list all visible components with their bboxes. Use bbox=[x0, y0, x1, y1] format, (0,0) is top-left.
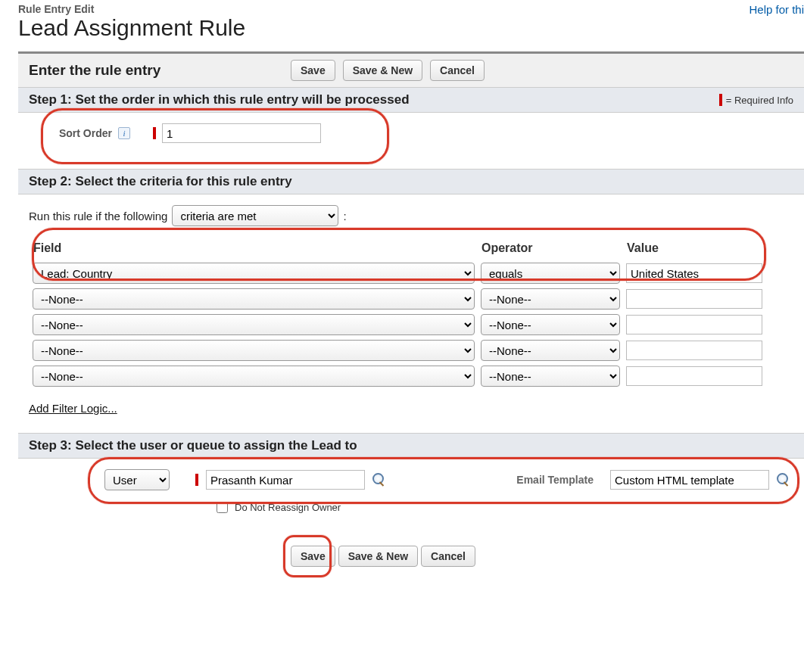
criteria-field-select[interactable]: --None-- bbox=[33, 288, 475, 310]
save-and-new-button[interactable]: Save & New bbox=[343, 60, 422, 81]
criteria-operator-select[interactable]: --None-- bbox=[481, 366, 620, 387]
required-mark-icon bbox=[719, 94, 722, 106]
step2-body: Run this rule if the following criteria … bbox=[18, 194, 804, 433]
criteria-field-select[interactable]: --None-- bbox=[33, 366, 475, 387]
criteria-mode-select[interactable]: criteria are met bbox=[172, 205, 338, 226]
criteria-value-input[interactable] bbox=[626, 289, 762, 309]
email-template-input[interactable] bbox=[610, 470, 769, 490]
save-and-new-button[interactable]: Save & New bbox=[338, 546, 418, 567]
step1-header: Step 1: Set the order in which this rule… bbox=[29, 92, 410, 107]
criteria-intro-prefix: Run this rule if the following bbox=[29, 210, 167, 222]
col-field-header: Field bbox=[30, 238, 477, 260]
section-title: Enter the rule entry bbox=[29, 62, 286, 79]
required-legend: = Required Info bbox=[719, 94, 793, 106]
criteria-table: Field Operator Value Lead: Country equal… bbox=[29, 237, 793, 390]
cancel-button[interactable]: Cancel bbox=[430, 60, 485, 81]
criteria-value-input[interactable] bbox=[626, 366, 762, 386]
step1-body: Sort Order i bbox=[18, 113, 804, 169]
page-title: Lead Assignment Rule bbox=[18, 15, 245, 41]
sort-order-input[interactable] bbox=[162, 123, 321, 143]
criteria-operator-select[interactable]: equals bbox=[481, 263, 620, 284]
criteria-operator-select[interactable]: --None-- bbox=[481, 314, 620, 335]
action-bar-top: Enter the rule entry Save Save & New Can… bbox=[18, 54, 804, 87]
col-operator-header: Operator bbox=[478, 238, 622, 260]
save-button[interactable]: Save bbox=[291, 60, 335, 81]
step3-header: Step 3: Select the user or queue to assi… bbox=[29, 438, 357, 453]
assignee-name-input[interactable] bbox=[206, 470, 365, 490]
criteria-value-input[interactable] bbox=[626, 341, 762, 360]
lookup-icon[interactable] bbox=[777, 473, 790, 487]
criteria-field-select[interactable]: --None-- bbox=[33, 314, 475, 335]
criteria-operator-select[interactable]: --None-- bbox=[481, 288, 620, 310]
lookup-icon[interactable] bbox=[372, 473, 386, 487]
assignee-type-select[interactable]: User bbox=[104, 469, 170, 490]
help-link[interactable]: Help for thi bbox=[749, 3, 804, 16]
criteria-value-input[interactable] bbox=[626, 315, 762, 334]
breadcrumb: Rule Entry Edit bbox=[18, 3, 245, 15]
criteria-operator-select[interactable]: --None-- bbox=[481, 340, 620, 361]
required-mark-icon bbox=[153, 127, 156, 139]
required-mark-icon bbox=[195, 474, 198, 486]
sort-order-label: Sort Order bbox=[29, 127, 112, 139]
do-not-reassign-checkbox[interactable] bbox=[217, 502, 228, 513]
criteria-field-select[interactable]: Lead: Country bbox=[33, 263, 475, 284]
do-not-reassign-label: Do Not Reassign Owner bbox=[235, 502, 341, 513]
criteria-intro-suffix: : bbox=[343, 210, 346, 222]
save-button[interactable]: Save bbox=[291, 546, 335, 567]
action-bar-bottom: Save Save & New Cancel bbox=[18, 534, 804, 582]
step3-body: User Email Template Do Not Reassign Owne… bbox=[18, 459, 804, 534]
cancel-button[interactable]: Cancel bbox=[421, 546, 475, 567]
info-icon[interactable]: i bbox=[118, 127, 130, 139]
criteria-value-input[interactable] bbox=[626, 263, 762, 283]
criteria-field-select[interactable]: --None-- bbox=[33, 340, 475, 361]
add-filter-logic-link[interactable]: Add Filter Logic... bbox=[29, 402, 117, 415]
step2-header: Step 2: Select the criteria for this rul… bbox=[29, 174, 292, 189]
col-value-header: Value bbox=[624, 238, 792, 260]
email-template-label: Email Template bbox=[516, 474, 603, 486]
